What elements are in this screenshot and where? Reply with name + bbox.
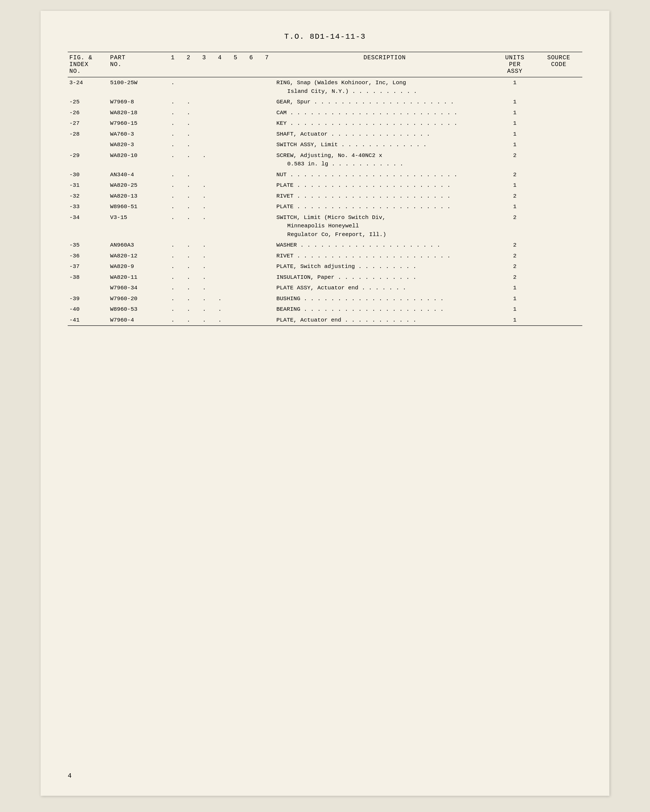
cell-col5 [228,118,243,129]
cell-col2: . [180,118,196,129]
cell-col5 [228,77,243,97]
cell-col4 [212,118,228,129]
cell-units: 1 [494,97,535,107]
cell-col4 [212,169,228,180]
header-col6: 6 [243,52,259,77]
cell-col5 [228,282,243,293]
cell-part: WA820-3 [109,139,165,150]
cell-units: 1 [494,77,535,97]
cell-part: WA820-25 [109,180,165,191]
cell-fig [68,282,109,293]
table-row: -37 WA820-9 . . . PLATE, Switch adjustin… [68,261,582,272]
cell-col5 [228,272,243,283]
cell-units: 2 [494,191,535,201]
header-description: DESCRIPTION [275,52,494,77]
cell-col1: . [165,315,180,326]
table-row: -38 WA820-11 . . . INSULATION, Paper . .… [68,272,582,283]
cell-col6 [243,240,259,250]
cell-col7 [259,240,275,250]
cell-col1: . [165,240,180,250]
table-row: -26 WA820-18 . . CAM . . . . . . . . . .… [68,107,582,118]
cell-col2: . [180,261,196,272]
cell-description: PLATE, Actuator end . . . . . . . . . . … [275,315,494,326]
cell-description: PLATE . . . . . . . . . . . . . . . . . … [275,201,494,212]
cell-col2: . [180,212,196,240]
cell-fig: -27 [68,118,109,129]
cell-part: WA820-13 [109,191,165,201]
cell-part: WA820-11 [109,272,165,283]
cell-source [535,150,582,169]
table-row: -41 W7960-4 . . . . PLATE, Actuator end … [68,315,582,326]
cell-col3 [196,118,212,129]
cell-description: NUT . . . . . . . . . . . . . . . . . . … [275,169,494,180]
cell-col3: . [196,293,212,304]
cell-col7 [259,150,275,169]
cell-part: W8960-53 [109,304,165,315]
cell-col4 [212,201,228,212]
cell-source [535,272,582,283]
cell-col6 [243,191,259,201]
cell-col7 [259,169,275,180]
cell-source [535,250,582,261]
cell-units: 2 [494,150,535,169]
page-title: T.O. 8D1-14-11-3 [68,32,582,41]
cell-col4 [212,129,228,140]
header-col3: 3 [196,52,212,77]
cell-col5 [228,169,243,180]
cell-col4 [212,77,228,97]
cell-col7 [259,139,275,150]
cell-units: 2 [494,169,535,180]
cell-col2: . [180,97,196,107]
cell-description: PLATE, Switch adjusting . . . . . . . . … [275,261,494,272]
cell-col6 [243,293,259,304]
cell-source [535,261,582,272]
cell-col5 [228,129,243,140]
cell-col3 [196,77,212,97]
cell-fig: -30 [68,169,109,180]
cell-col5 [228,240,243,250]
cell-col7 [259,315,275,326]
cell-col5 [228,107,243,118]
cell-col1: . [165,261,180,272]
cell-col2 [180,77,196,97]
cell-col3: . [196,272,212,283]
cell-col6 [243,169,259,180]
cell-col2: . [180,169,196,180]
cell-part: WA820-18 [109,107,165,118]
cell-col2: . [180,107,196,118]
cell-col5 [228,150,243,169]
cell-col3 [196,169,212,180]
cell-col7 [259,97,275,107]
page: T.O. 8D1-14-11-3 FIG. & INDEX NO. PART N… [41,11,609,796]
table-row: -35 AN960A3 . . . WASHER . . . . . . . .… [68,240,582,250]
cell-part: WA820-9 [109,261,165,272]
cell-fig: -33 [68,201,109,212]
cell-col1: . [165,191,180,201]
cell-col4: . [212,304,228,315]
table-row: 3-24 5100-25W . RING, Snap (Waldes Kohin… [68,77,582,97]
cell-col1: . [165,169,180,180]
cell-fig: -38 [68,272,109,283]
cell-part: W7960-34 [109,282,165,293]
cell-part: AN340-4 [109,169,165,180]
cell-col6 [243,180,259,191]
cell-description: CAM . . . . . . . . . . . . . . . . . . … [275,107,494,118]
cell-col1: . [165,180,180,191]
cell-col2: . [180,201,196,212]
header-part: PART NO. [109,52,165,77]
cell-col1: . [165,272,180,283]
cell-fig: -31 [68,180,109,191]
cell-col5 [228,293,243,304]
cell-col7 [259,282,275,293]
cell-col2: . [180,180,196,191]
cell-col7 [259,212,275,240]
cell-col4 [212,139,228,150]
cell-part: WA820-10 [109,150,165,169]
cell-col4 [212,191,228,201]
cell-col1: . [165,201,180,212]
cell-part: W7960-4 [109,315,165,326]
cell-units: 2 [494,272,535,283]
cell-col3 [196,139,212,150]
cell-description: PLATE . . . . . . . . . . . . . . . . . … [275,180,494,191]
cell-col7 [259,180,275,191]
